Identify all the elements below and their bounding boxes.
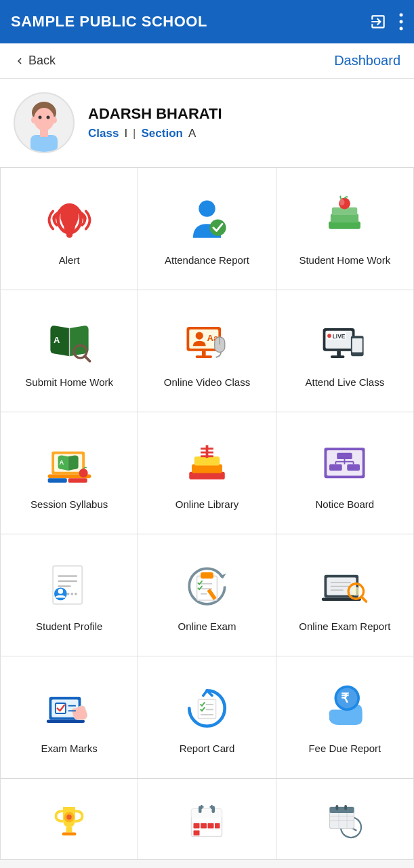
svg-rect-42 (337, 351, 341, 357)
notice-board-label: Notice Board (315, 498, 374, 511)
back-button[interactable]: Back (14, 54, 56, 68)
menu-item-calendar[interactable] (138, 778, 276, 860)
svg-rect-50 (68, 478, 87, 483)
submit-home-work-icon: A (42, 315, 96, 369)
attendance-report-icon (180, 193, 234, 247)
menu-item-exam-marks[interactable]: Exam Marks (1, 656, 138, 778)
class-label: Class (88, 127, 119, 140)
menu-item-attendance-report[interactable]: Attendance Report (138, 168, 276, 290)
svg-text:A: A (59, 458, 64, 465)
dashboard-link[interactable]: Dashboard (334, 53, 400, 68)
fee-due-report-label: Fee Due Report (308, 742, 381, 755)
calendar-icon (180, 794, 234, 848)
svg-point-6 (51, 117, 57, 123)
menu-item-attend-live-class[interactable]: LIVE Attend Live Class (276, 290, 414, 412)
report-card-label: Report Card (180, 742, 235, 755)
svg-point-5 (31, 117, 37, 123)
attend-live-class-icon: LIVE (318, 315, 372, 369)
attendance-report-label: Attendance Report (165, 254, 249, 267)
svg-line-25 (85, 356, 90, 361)
svg-rect-78 (201, 572, 213, 578)
svg-rect-94 (46, 719, 84, 723)
logout-icon[interactable] (369, 13, 387, 31)
attend-live-class-label: Attend Live Class (305, 376, 384, 389)
svg-rect-105 (66, 827, 73, 833)
profile-name: ADARSH BHARATI (88, 105, 222, 123)
online-exam-icon (180, 559, 234, 613)
svg-rect-56 (201, 452, 213, 454)
session-syllabus-icon: A (42, 437, 96, 491)
online-exam-report-label: Online Exam Report (299, 620, 390, 633)
time-table-icon (318, 794, 372, 848)
svg-point-4 (34, 108, 54, 131)
nav-bar: Back Dashboard (0, 43, 414, 79)
online-library-icon (180, 437, 234, 491)
svg-rect-110 (192, 809, 222, 818)
menu-item-time-table[interactable] (276, 778, 414, 860)
menu-grid: Alert Attendance Report (0, 167, 414, 778)
avatar (14, 92, 75, 153)
svg-rect-41 (352, 338, 363, 353)
svg-point-108 (66, 814, 72, 820)
svg-point-38 (328, 334, 332, 338)
menu-item-submit-home-work[interactable]: A Submit Home Work (1, 290, 138, 412)
svg-rect-106 (62, 833, 77, 836)
svg-point-48 (79, 469, 87, 477)
svg-point-15 (66, 229, 72, 234)
menu-item-online-video-class[interactable]: Aa Online Video Class (138, 290, 276, 412)
app-title: SAMPLE PUBLIC SCHOOL (11, 13, 207, 31)
svg-rect-121 (208, 823, 214, 829)
menu-item-alert[interactable]: Alert (1, 168, 138, 290)
svg-point-29 (196, 332, 203, 339)
header-actions (369, 13, 403, 31)
svg-point-0 (400, 14, 403, 17)
svg-point-22 (339, 199, 345, 205)
app-header: SAMPLE PUBLIC SCHOOL (0, 0, 414, 43)
menu-item-notice-board[interactable]: Notice Board (276, 412, 414, 534)
menu-item-online-library[interactable]: Online Library (138, 412, 276, 534)
online-exam-label: Online Exam (178, 620, 236, 633)
svg-rect-60 (337, 453, 353, 459)
svg-rect-43 (331, 355, 345, 358)
menu-item-report-card[interactable]: Report Card (138, 656, 276, 778)
svg-line-90 (362, 597, 367, 601)
menu-item-online-exam-report[interactable]: Online Exam Report (276, 534, 414, 656)
svg-rect-131 (344, 805, 347, 810)
more-icon[interactable] (399, 13, 403, 31)
svg-point-74 (70, 593, 73, 595)
svg-rect-55 (201, 448, 213, 450)
svg-rect-120 (201, 823, 207, 829)
trophy-icon (42, 794, 96, 848)
exam-marks-icon (42, 681, 96, 735)
online-exam-report-icon (318, 559, 372, 613)
svg-rect-9 (30, 135, 58, 152)
student-profile-icon (42, 559, 96, 613)
svg-rect-53 (194, 456, 220, 465)
svg-rect-130 (335, 805, 338, 810)
alert-icon (42, 193, 96, 247)
alert-label: Alert (59, 254, 80, 267)
session-syllabus-label: Session Syllabus (30, 498, 108, 511)
svg-point-75 (75, 593, 77, 595)
online-video-class-label: Online Video Class (164, 376, 250, 389)
svg-point-8 (47, 116, 50, 119)
profile-section: ADARSH BHARATI Class I | Section A (0, 79, 414, 167)
menu-item-fee-due-report[interactable]: ₹ Fee Due Report (276, 656, 414, 778)
menu-item-session-syllabus[interactable]: A Session Syllabus (1, 412, 138, 534)
menu-item-student-profile[interactable]: Student Profile (1, 534, 138, 656)
menu-item-student-home-work[interactable]: Student Home Work (276, 168, 414, 290)
profile-class-row: Class I | Section A (88, 127, 222, 140)
svg-rect-52 (192, 464, 222, 473)
student-home-work-label: Student Home Work (299, 254, 390, 267)
report-card-icon (180, 681, 234, 735)
svg-text:₹: ₹ (341, 691, 350, 705)
svg-point-2 (400, 27, 403, 31)
section-label: Section (142, 127, 183, 140)
menu-item-online-exam[interactable]: Online Exam (138, 534, 276, 656)
back-label: Back (28, 54, 56, 68)
svg-point-72 (58, 589, 63, 594)
svg-rect-129 (329, 807, 354, 813)
menu-item-trophy[interactable] (1, 778, 138, 860)
svg-rect-122 (215, 823, 220, 829)
student-profile-label: Student Profile (36, 620, 102, 633)
